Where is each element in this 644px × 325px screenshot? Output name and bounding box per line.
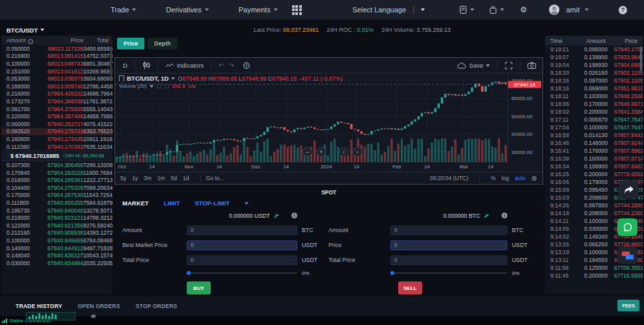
trade-row[interactable]: 9:18:330.02616067902.110505: [545, 69, 643, 77]
nav-menu-payments[interactable]: Payments: [239, 6, 278, 14]
transfer-arrow-icon[interactable]: [273, 212, 280, 219]
scrollbar-thumb[interactable]: [110, 46, 112, 76]
trade-row[interactable]: 9:18:160.06900067851.861558: [545, 84, 643, 92]
buy-amount-input[interactable]: [187, 226, 297, 235]
trade-row[interactable]: 9:17:040.10000067847.764748: [545, 124, 643, 131]
trade-row[interactable]: 9:14:180.20800067744.236098: [545, 209, 643, 217]
help-icon[interactable]: ?: [619, 6, 627, 14]
bottom-tab-trade-history[interactable]: TRADE HISTORY: [16, 303, 62, 309]
trade-row[interactable]: 9:19:040.19893067904.699255: [545, 61, 643, 69]
nav-menu-derivatives[interactable]: Derivatives: [166, 6, 208, 14]
range-1m[interactable]: 1m: [157, 175, 165, 181]
range-1y[interactable]: 1y: [132, 175, 138, 181]
ask-row[interactable]: 0.05300068013.0365793604.690939: [1, 75, 113, 83]
messenger-button[interactable]: [617, 246, 637, 264]
bid-row[interactable]: 0.21800067840.92312114789.321240: [1, 214, 113, 222]
nav-menu-trade[interactable]: Trade: [111, 6, 136, 14]
ask-row[interactable]: 0.05000068013.1172283400.655861: [1, 45, 113, 53]
bid-row[interactable]: 0.17000067904.26753011543.725480: [1, 192, 113, 200]
trade-row[interactable]: 9:16:390.16000067807.871407: [545, 155, 643, 162]
bid-row[interactable]: 0.03000067840.8349942035.225050: [1, 259, 113, 267]
trade-row[interactable]: 9:18:060.17000067846.697171: [545, 100, 643, 108]
ask-row[interactable]: 0.17327067994.38603811781.387289: [1, 98, 113, 105]
indicator-hide-icon[interactable]: [157, 84, 161, 88]
trade-row[interactable]: 9:18:020.20000067841.338463: [545, 108, 643, 116]
tab-market[interactable]: MARKET: [122, 200, 149, 207]
bid-row[interactable]: 0.10000067840.8466656784.084667: [1, 237, 113, 244]
bid-row[interactable]: 0.01800067904.2853911222.277137: [1, 177, 113, 185]
symbol-flag-icon[interactable]: [119, 75, 124, 81]
range-5y[interactable]: 5y: [120, 175, 126, 181]
trade-row[interactable]: 9:19:210.09500067940.170170: [545, 46, 643, 53]
range-3m[interactable]: 3m: [144, 175, 152, 181]
axis-settings-gear-icon[interactable]: ⚙: [531, 175, 537, 182]
undo-button[interactable]: ↶: [216, 62, 226, 69]
percent-scale-button[interactable]: %: [491, 175, 496, 181]
bid-row[interactable]: 0.10440067904.2753287089.206344: [1, 184, 113, 192]
info-icon[interactable]: i: [28, 39, 33, 44]
transfer-arrow-icon[interactable]: [483, 212, 490, 219]
settings-gear-icon[interactable]: ⚙: [520, 5, 527, 14]
user-menu[interactable]: amit: [549, 5, 589, 15]
sell-button[interactable]: SELL: [398, 281, 422, 294]
tab-limit[interactable]: LIMIT: [164, 200, 180, 207]
ask-row[interactable]: 0.10000068013.0487436801.304874: [1, 60, 113, 68]
tab-depth[interactable]: Depth: [148, 38, 178, 49]
chevron-down-icon[interactable]: [245, 202, 248, 205]
ask-row[interactable]: 0.11238067940.1703937635.116349: [1, 143, 113, 151]
scroll-left-button[interactable]: ‹: [339, 147, 349, 157]
sell-amount-input[interactable]: [390, 226, 507, 235]
buy-button[interactable]: BUY: [187, 281, 211, 294]
ask-row[interactable]: 0.16060067940.17343510911.191854: [1, 135, 113, 143]
indicator-settings-icon[interactable]: [165, 84, 169, 88]
sell-price-input[interactable]: [390, 240, 507, 250]
ask-row[interactable]: 0.15100068013.04161210269.969283: [1, 68, 113, 75]
slider-track[interactable]: [187, 272, 297, 274]
trade-row[interactable]: 9:19:070.13990067933.984349: [545, 53, 643, 61]
fullscreen-button[interactable]: [502, 62, 515, 70]
info-icon[interactable]: i: [502, 213, 507, 218]
bid-row[interactable]: 0.11180067840.9552557584.618799: [1, 199, 113, 207]
wallet-menu[interactable]: [489, 5, 504, 14]
ask-row[interactable]: 0.21690068013.08141514752.037359: [1, 53, 113, 60]
trade-row[interactable]: 9:14:260.08785067744.258998: [545, 202, 643, 209]
bid-row[interactable]: 0.17084067904.29322911600.769455: [1, 169, 113, 177]
share-button[interactable]: [619, 181, 639, 198]
language-selector[interactable]: Select Language |: [353, 5, 425, 14]
ask-row[interactable]: 0.22000067994.35740814958.758630: [1, 112, 113, 120]
orders-menu[interactable]: [459, 5, 474, 14]
ask-row[interactable]: 0.08170067994.3756055555.140438: [1, 105, 113, 113]
bid-row[interactable]: 0.12200067840.9213568276.592405: [1, 222, 113, 229]
candle-style-button[interactable]: [140, 61, 153, 70]
price-chart-canvas[interactable]: BTC/USDT, 1D O67948.99 H67989.65 L67948.…: [115, 73, 507, 162]
redo-button[interactable]: ↷: [226, 62, 237, 69]
fees-button[interactable]: FEES: [617, 300, 639, 311]
zoom-in-button[interactable]: +: [316, 147, 326, 157]
sell-total-input[interactable]: [390, 255, 507, 265]
volume-label[interactable]: Volume (20): [119, 83, 146, 89]
pair-selector[interactable]: BTC/USDT: [7, 27, 44, 34]
slider-handle[interactable]: [390, 271, 394, 275]
trade-row[interactable]: 9:16:340.10690067807.846373: [545, 162, 643, 170]
trade-row[interactable]: 9:11:560.12500067709.355169: [545, 264, 643, 272]
indicators-button[interactable]: Indicators: [163, 62, 206, 69]
scrollbar-thumb[interactable]: [640, 46, 642, 71]
trade-row[interactable]: 9:16:460.14800067807.924442: [545, 139, 643, 147]
legend-symbol[interactable]: BTC/USDT, 1D: [127, 75, 168, 82]
trade-row[interactable]: 9:11:450.20000067715.595938: [545, 272, 643, 280]
mid-price-row[interactable]: $ 67940.17016985 ↑24H Hi: 68,060.68: [1, 150, 113, 161]
ask-row[interactable]: 0.18800068013.00974012786.445831: [1, 83, 113, 90]
scroll-right-button[interactable]: ›: [353, 147, 362, 157]
chart-info-icon[interactable]: i: [243, 62, 250, 69]
trade-row[interactable]: 9:18:110.10300067848.256839: [545, 92, 643, 100]
trade-row[interactable]: 9:16:410.17600067807.896120: [545, 147, 643, 155]
tab-stop-limit[interactable]: STOP-LIMIT: [195, 200, 230, 207]
auto-scale-button[interactable]: auto: [515, 175, 526, 181]
bid-row[interactable]: 0.14000067840.8449129497.718288: [1, 244, 113, 252]
bid-row[interactable]: 0.21216067840.90893614393.127240: [1, 229, 113, 237]
slider-handle[interactable]: [187, 271, 191, 275]
ask-row[interactable]: 0.06000067940.2537274076.415224: [1, 120, 113, 128]
tab-price[interactable]: Price: [117, 38, 144, 49]
range-1d[interactable]: 1d: [183, 175, 189, 181]
apps-grid-icon[interactable]: [292, 5, 302, 15]
